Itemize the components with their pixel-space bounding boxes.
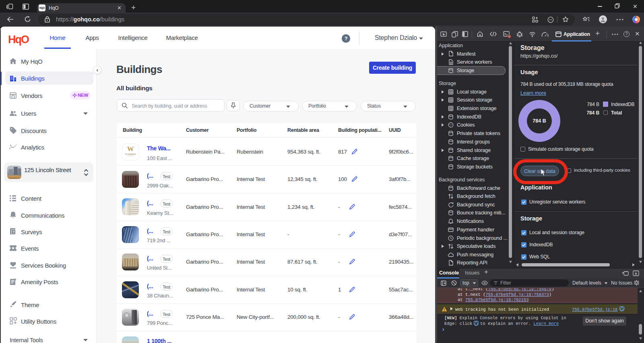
svg-text:?: ?: [12, 230, 14, 234]
